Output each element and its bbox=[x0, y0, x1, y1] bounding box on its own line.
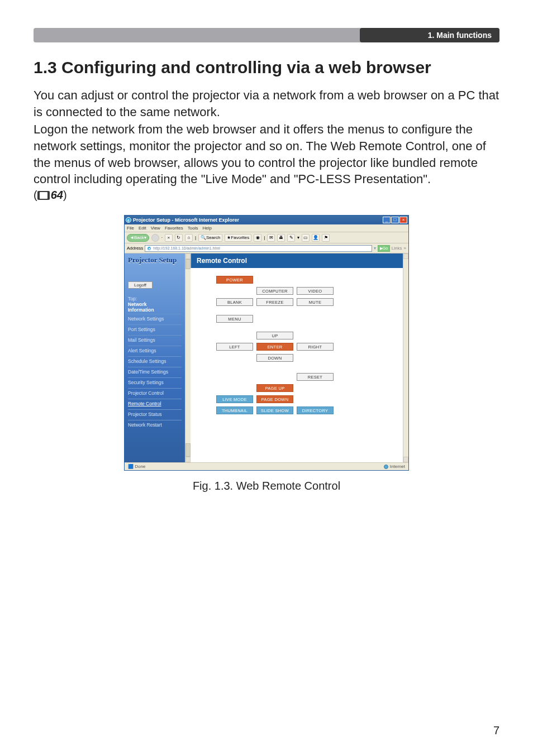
main-scroll-up[interactable] bbox=[403, 253, 408, 259]
status-zone: Internet bbox=[390, 464, 405, 469]
down-button[interactable]: DOWN bbox=[256, 354, 293, 362]
up-button[interactable]: UP bbox=[256, 332, 293, 339]
enter-button[interactable]: ENTER bbox=[256, 343, 293, 351]
address-bar: Address e http://192.168.1.10/admin/admi… bbox=[125, 243, 408, 253]
freeze-button[interactable]: FREEZE bbox=[256, 298, 293, 306]
sidebar-item-projector-status[interactable]: Projector Status bbox=[128, 409, 182, 419]
scroll-thumb-bottom[interactable] bbox=[185, 443, 191, 457]
page-number: 7 bbox=[493, 724, 499, 737]
power-button[interactable]: POWER bbox=[216, 276, 253, 284]
main-scroll-track[interactable] bbox=[403, 259, 408, 457]
computer-button[interactable]: COMPUTER bbox=[256, 287, 293, 295]
forward-button[interactable] bbox=[151, 234, 159, 242]
manual-icon bbox=[37, 191, 50, 200]
figure-caption: Fig. 1.3. Web Remote Control bbox=[34, 480, 499, 492]
mail-button[interactable]: ✉ bbox=[267, 234, 275, 242]
menu-favorites[interactable]: Favorites bbox=[165, 226, 183, 231]
back-label: Back bbox=[134, 235, 144, 240]
menu-button[interactable]: MENU bbox=[216, 315, 253, 323]
menu-bar: File Edit View Favorites Tools Help bbox=[125, 224, 408, 232]
page-icon: e bbox=[147, 246, 151, 251]
toolbar-sep-3: | bbox=[264, 235, 265, 240]
favorites-label: Favorites bbox=[231, 235, 249, 240]
sidebar-item-remote-control[interactable]: Remote Control bbox=[128, 399, 182, 408]
panel-title: Remote Control bbox=[197, 257, 247, 265]
window-title: Projector Setup - Microsoft Internet Exp… bbox=[133, 217, 239, 223]
status-bar: 🟦 Done Internet bbox=[125, 462, 408, 470]
search-button[interactable]: 🔍 Search bbox=[198, 234, 222, 242]
sidebar: Projector Setup Logoff Top: Network Info… bbox=[125, 253, 185, 462]
page-up-button[interactable]: PAGE UP bbox=[256, 384, 293, 392]
address-dropdown[interactable]: ▾ bbox=[374, 246, 376, 251]
research-button[interactable]: ⚑ bbox=[322, 234, 330, 242]
maximize-button[interactable]: □ bbox=[391, 217, 399, 223]
app-title: Projector Setup bbox=[128, 256, 182, 265]
sidebar-top-line1: Network bbox=[128, 302, 147, 307]
live-mode-button[interactable]: LIVE MODE bbox=[216, 395, 253, 403]
menu-tools[interactable]: Tools bbox=[188, 226, 198, 231]
status-left: Done bbox=[135, 464, 145, 469]
slide-show-button[interactable]: SLIDE SHOW bbox=[256, 406, 293, 414]
links-chevron[interactable]: » bbox=[404, 246, 406, 251]
edit-button[interactable]: ✎ bbox=[287, 234, 295, 242]
sidebar-item-network-restart[interactable]: Network Restart bbox=[128, 420, 182, 429]
menu-edit[interactable]: Edit bbox=[139, 226, 146, 231]
favorites-button[interactable]: ★ Favorites bbox=[225, 234, 251, 242]
toolbar-sep-2: | bbox=[195, 235, 196, 240]
back-button[interactable]: ◄ Back ▾ bbox=[127, 234, 149, 242]
remote-control-grid: POWER COMPUTER VIDEO BLANK FREEZE MUTE bbox=[191, 268, 403, 462]
address-input[interactable]: e http://192.168.1.10/admin/admin1.html bbox=[145, 245, 372, 252]
media-button[interactable]: ◉ bbox=[254, 234, 261, 242]
sidebar-scrollbar[interactable] bbox=[185, 253, 191, 462]
menu-file[interactable]: File bbox=[127, 226, 134, 231]
logoff-button[interactable]: Logoff bbox=[128, 281, 153, 289]
close-button[interactable]: × bbox=[399, 217, 407, 223]
main-scrollbar[interactable] bbox=[403, 253, 408, 462]
thumbnail-button[interactable]: THUMBNAIL bbox=[216, 406, 253, 414]
discuss-button[interactable]: ▭ bbox=[302, 234, 310, 242]
window-titlebar[interactable]: e Projector Setup - Microsoft Internet E… bbox=[125, 216, 408, 224]
reset-button[interactable]: RESET bbox=[297, 373, 334, 381]
stop-button[interactable]: × bbox=[165, 234, 173, 242]
left-button[interactable]: LEFT bbox=[216, 343, 253, 351]
blank-button[interactable]: BLANK bbox=[216, 298, 253, 306]
go-label: Go bbox=[383, 246, 388, 250]
video-button[interactable]: VIDEO bbox=[297, 287, 334, 295]
sidebar-top-line2: Information bbox=[128, 307, 154, 313]
sidebar-item-security-settings[interactable]: Security Settings bbox=[128, 377, 182, 387]
header-bar: 1. Main functions bbox=[34, 28, 499, 42]
sidebar-item-network-settings[interactable]: Network Settings bbox=[128, 314, 182, 323]
messenger-button[interactable]: 👤 bbox=[312, 234, 320, 242]
refresh-button[interactable]: ↻ bbox=[175, 234, 183, 242]
sidebar-item-alert-settings[interactable]: Alert Settings bbox=[128, 346, 182, 355]
sidebar-top-block[interactable]: Top: Network Information bbox=[128, 293, 182, 313]
sidebar-top-label: Top: bbox=[128, 296, 137, 302]
menu-view[interactable]: View bbox=[151, 226, 160, 231]
toolbar-sep-4: ▾ bbox=[297, 235, 299, 240]
browser-window: e Projector Setup - Microsoft Internet E… bbox=[124, 215, 409, 471]
print-button[interactable]: 🖶 bbox=[277, 234, 285, 242]
menu-help[interactable]: Help bbox=[202, 226, 211, 231]
go-button[interactable]: ▶ Go bbox=[378, 245, 390, 252]
sidebar-item-datetime-settings[interactable]: Date/Time Settings bbox=[128, 367, 182, 376]
sidebar-item-mail-settings[interactable]: Mail Settings bbox=[128, 335, 182, 344]
address-label: Address bbox=[127, 246, 143, 251]
scroll-up-button[interactable] bbox=[185, 253, 191, 259]
right-button[interactable]: RIGHT bbox=[297, 343, 334, 351]
scroll-down-button[interactable] bbox=[185, 457, 191, 462]
cross-reference: (64) bbox=[34, 189, 499, 202]
mute-button[interactable]: MUTE bbox=[297, 298, 334, 306]
scroll-thumb-top[interactable] bbox=[185, 259, 191, 269]
sidebar-item-projector-control[interactable]: Projector Control bbox=[128, 388, 182, 398]
minimize-button[interactable]: _ bbox=[383, 217, 391, 223]
scroll-track[interactable] bbox=[185, 259, 191, 457]
main-scroll-down[interactable] bbox=[403, 457, 408, 462]
toolbar: ◄ Back ▾ · × ↻ ⌂ | 🔍 Search ★ Favorites … bbox=[125, 232, 408, 243]
home-button[interactable]: ⌂ bbox=[185, 234, 193, 242]
links-label[interactable]: Links bbox=[392, 246, 402, 251]
sidebar-item-schedule-settings[interactable]: Schedule Settings bbox=[128, 356, 182, 366]
directory-button[interactable]: DIRECTORY bbox=[297, 406, 334, 414]
toolbar-sep: · bbox=[161, 235, 163, 240]
sidebar-item-port-settings[interactable]: Port Settings bbox=[128, 324, 182, 334]
page-down-button[interactable]: PAGE DOWN bbox=[256, 395, 293, 403]
